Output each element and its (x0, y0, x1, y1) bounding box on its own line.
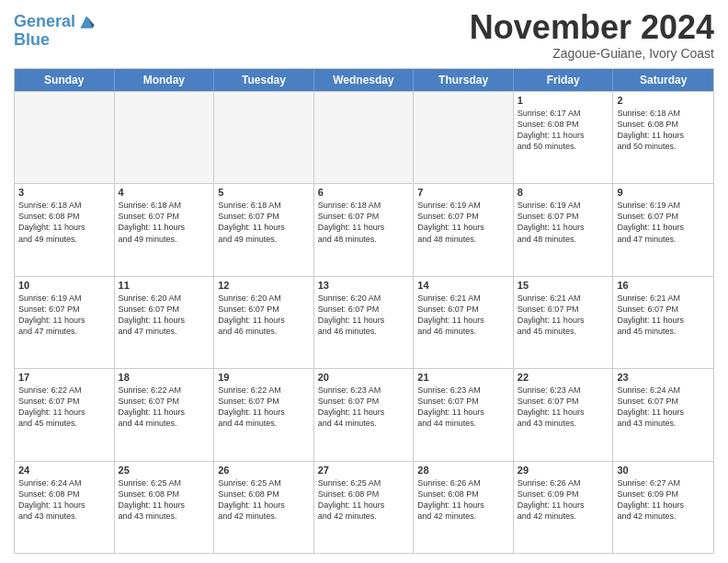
page: General Blue November 2024 Zagoue-Guiane… (0, 0, 728, 563)
day-info: Sunrise: 6:17 AM Sunset: 6:08 PM Dayligh… (518, 108, 609, 153)
day-number: 22 (518, 372, 609, 383)
weekday-header: Sunday (15, 69, 115, 91)
day-number: 15 (518, 280, 609, 291)
day-info: Sunrise: 6:25 AM Sunset: 6:08 PM Dayligh… (318, 477, 410, 523)
weekday-header: Thursday (414, 69, 514, 91)
day-number: 23 (617, 372, 710, 383)
day-info: Sunrise: 6:20 AM Sunset: 6:07 PM Dayligh… (119, 293, 210, 338)
day-info: Sunrise: 6:20 AM Sunset: 6:07 PM Dayligh… (318, 293, 410, 338)
calendar-cell: 23Sunrise: 6:24 AM Sunset: 6:07 PM Dayli… (613, 369, 713, 460)
day-info: Sunrise: 6:19 AM Sunset: 6:07 PM Dayligh… (617, 200, 710, 245)
weekday-header: Saturday (613, 69, 713, 91)
day-info: Sunrise: 6:18 AM Sunset: 6:07 PM Dayligh… (318, 200, 410, 245)
weekday-header: Wednesday (314, 69, 415, 91)
day-number: 30 (617, 465, 710, 476)
day-number: 14 (417, 280, 509, 291)
calendar-header: SundayMondayTuesdayWednesdayThursdayFrid… (15, 69, 713, 91)
calendar-cell (115, 92, 215, 183)
day-number: 11 (119, 280, 210, 291)
calendar-cell: 8Sunrise: 6:19 AM Sunset: 6:07 PM Daylig… (514, 184, 614, 275)
day-info: Sunrise: 6:23 AM Sunset: 6:07 PM Dayligh… (318, 385, 410, 430)
logo-icon (77, 13, 96, 31)
day-number: 4 (119, 187, 210, 198)
calendar-row: 10Sunrise: 6:19 AM Sunset: 6:07 PM Dayli… (15, 276, 713, 368)
calendar-cell: 30Sunrise: 6:27 AM Sunset: 6:09 PM Dayli… (613, 462, 713, 553)
day-info: Sunrise: 6:26 AM Sunset: 6:09 PM Dayligh… (518, 477, 609, 523)
calendar-cell: 26Sunrise: 6:25 AM Sunset: 6:08 PM Dayli… (214, 462, 314, 553)
calendar-cell: 11Sunrise: 6:20 AM Sunset: 6:07 PM Dayli… (115, 277, 215, 368)
calendar-cell: 1Sunrise: 6:17 AM Sunset: 6:08 PM Daylig… (514, 92, 614, 183)
header: General Blue November 2024 Zagoue-Guiane… (14, 9, 714, 61)
logo: General Blue (14, 13, 96, 50)
day-info: Sunrise: 6:19 AM Sunset: 6:07 PM Dayligh… (518, 200, 609, 245)
day-info: Sunrise: 6:25 AM Sunset: 6:08 PM Dayligh… (218, 477, 310, 523)
calendar-cell: 18Sunrise: 6:22 AM Sunset: 6:07 PM Dayli… (115, 369, 215, 460)
day-number: 24 (18, 465, 110, 476)
calendar-row: 24Sunrise: 6:24 AM Sunset: 6:08 PM Dayli… (15, 461, 713, 553)
calendar-cell: 2Sunrise: 6:18 AM Sunset: 6:08 PM Daylig… (613, 92, 713, 183)
day-info: Sunrise: 6:21 AM Sunset: 6:07 PM Dayligh… (518, 293, 609, 338)
logo-general: General (14, 13, 75, 31)
month-title: November 2024 (470, 9, 714, 46)
calendar-cell: 5Sunrise: 6:18 AM Sunset: 6:07 PM Daylig… (214, 184, 314, 275)
day-info: Sunrise: 6:18 AM Sunset: 6:08 PM Dayligh… (18, 200, 110, 245)
calendar-cell: 7Sunrise: 6:19 AM Sunset: 6:07 PM Daylig… (414, 184, 514, 275)
day-number: 8 (518, 187, 609, 198)
calendar-row: 17Sunrise: 6:22 AM Sunset: 6:07 PM Dayli… (15, 368, 713, 460)
day-info: Sunrise: 6:23 AM Sunset: 6:07 PM Dayligh… (518, 385, 609, 430)
day-info: Sunrise: 6:26 AM Sunset: 6:08 PM Dayligh… (417, 477, 509, 523)
calendar-cell (214, 92, 314, 183)
calendar-cell: 20Sunrise: 6:23 AM Sunset: 6:07 PM Dayli… (314, 369, 415, 460)
day-info: Sunrise: 6:24 AM Sunset: 6:07 PM Dayligh… (617, 385, 710, 430)
calendar-cell: 21Sunrise: 6:23 AM Sunset: 6:07 PM Dayli… (414, 369, 514, 460)
calendar-cell (414, 92, 514, 183)
calendar-cell: 13Sunrise: 6:20 AM Sunset: 6:07 PM Dayli… (314, 277, 415, 368)
day-number: 28 (417, 465, 509, 476)
calendar-cell (314, 92, 415, 183)
day-info: Sunrise: 6:24 AM Sunset: 6:08 PM Dayligh… (18, 477, 110, 523)
weekday-header: Tuesday (214, 69, 314, 91)
calendar-cell: 6Sunrise: 6:18 AM Sunset: 6:07 PM Daylig… (314, 184, 415, 275)
day-info: Sunrise: 6:18 AM Sunset: 6:08 PM Dayligh… (617, 108, 710, 153)
day-number: 20 (318, 372, 410, 383)
day-number: 10 (18, 280, 110, 291)
day-info: Sunrise: 6:22 AM Sunset: 6:07 PM Dayligh… (119, 385, 210, 430)
day-number: 5 (218, 187, 310, 198)
calendar-cell: 25Sunrise: 6:25 AM Sunset: 6:08 PM Dayli… (115, 462, 215, 553)
calendar-cell: 4Sunrise: 6:18 AM Sunset: 6:07 PM Daylig… (115, 184, 215, 275)
day-info: Sunrise: 6:22 AM Sunset: 6:07 PM Dayligh… (218, 385, 310, 430)
calendar-row: 3Sunrise: 6:18 AM Sunset: 6:08 PM Daylig… (15, 183, 713, 275)
calendar-cell: 10Sunrise: 6:19 AM Sunset: 6:07 PM Dayli… (15, 277, 115, 368)
calendar-cell: 27Sunrise: 6:25 AM Sunset: 6:08 PM Dayli… (314, 462, 415, 553)
day-number: 18 (119, 372, 210, 383)
day-number: 16 (617, 280, 710, 291)
day-number: 13 (318, 280, 410, 291)
day-number: 29 (518, 465, 609, 476)
calendar-cell: 29Sunrise: 6:26 AM Sunset: 6:09 PM Dayli… (514, 462, 614, 553)
day-number: 9 (617, 187, 710, 198)
logo-blue: Blue (14, 31, 96, 50)
calendar-cell (15, 92, 115, 183)
day-info: Sunrise: 6:18 AM Sunset: 6:07 PM Dayligh… (218, 200, 310, 245)
calendar-cell: 12Sunrise: 6:20 AM Sunset: 6:07 PM Dayli… (214, 277, 314, 368)
calendar-cell: 17Sunrise: 6:22 AM Sunset: 6:07 PM Dayli… (15, 369, 115, 460)
calendar-row: 1Sunrise: 6:17 AM Sunset: 6:08 PM Daylig… (15, 91, 713, 183)
calendar-cell: 19Sunrise: 6:22 AM Sunset: 6:07 PM Dayli… (214, 369, 314, 460)
day-number: 21 (417, 372, 509, 383)
day-number: 25 (119, 465, 210, 476)
calendar-body: 1Sunrise: 6:17 AM Sunset: 6:08 PM Daylig… (15, 91, 713, 553)
day-number: 3 (18, 187, 110, 198)
calendar-cell: 24Sunrise: 6:24 AM Sunset: 6:08 PM Dayli… (15, 462, 115, 553)
day-info: Sunrise: 6:27 AM Sunset: 6:09 PM Dayligh… (617, 477, 710, 523)
calendar: SundayMondayTuesdayWednesdayThursdayFrid… (14, 68, 714, 554)
day-number: 12 (218, 280, 310, 291)
day-number: 7 (417, 187, 509, 198)
day-info: Sunrise: 6:23 AM Sunset: 6:07 PM Dayligh… (417, 385, 509, 430)
day-number: 2 (617, 95, 710, 106)
calendar-cell: 15Sunrise: 6:21 AM Sunset: 6:07 PM Dayli… (514, 277, 614, 368)
day-info: Sunrise: 6:19 AM Sunset: 6:07 PM Dayligh… (18, 293, 110, 338)
weekday-header: Friday (514, 69, 614, 91)
day-info: Sunrise: 6:21 AM Sunset: 6:07 PM Dayligh… (417, 293, 509, 338)
weekday-header: Monday (115, 69, 215, 91)
title-block: November 2024 Zagoue-Guiane, Ivory Coast (470, 9, 714, 61)
